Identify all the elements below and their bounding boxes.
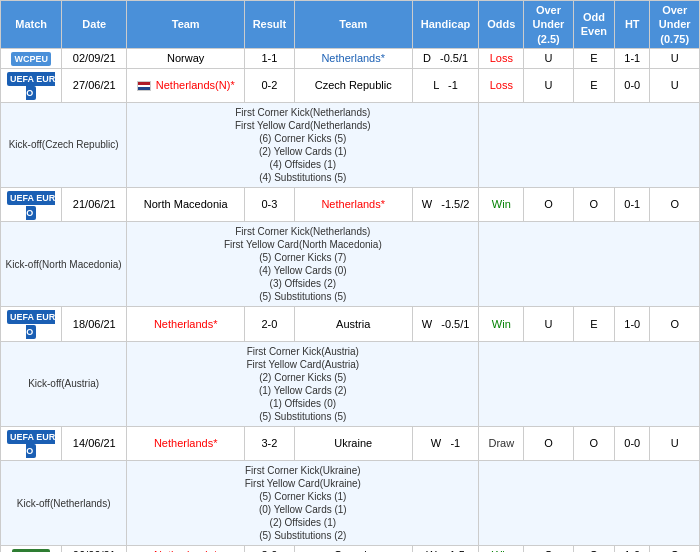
- flag-icon: [137, 81, 151, 91]
- detail-row: Kick-off(Czech Republic) First Corner Ki…: [1, 102, 700, 187]
- match-badge: INTERF: [1, 546, 62, 552]
- detail-kickoff: Kick-off(Netherlands): [1, 461, 127, 546]
- detail-kickoff: Kick-off(Austria): [1, 341, 127, 426]
- header-ou25: Over Under (2.5): [524, 1, 574, 49]
- match-result: 2-0: [245, 307, 295, 341]
- detail-corner-yellow: First Corner Kick(Netherlands)First Yell…: [127, 102, 479, 187]
- ou25-result: O: [524, 426, 574, 460]
- match-date: 21/06/21: [62, 187, 127, 221]
- team2-name: Georgia: [294, 546, 412, 552]
- match-result: 3-2: [245, 426, 295, 460]
- ou075-result: O: [650, 546, 700, 552]
- ou075-result: U: [650, 426, 700, 460]
- handicap-value: W -1.5/2: [412, 187, 479, 221]
- team2-name: Netherlands*: [294, 48, 412, 68]
- match-result: 3-0: [245, 546, 295, 552]
- match-date: 02/09/21: [62, 48, 127, 68]
- odds-result: Loss: [479, 48, 524, 68]
- odd-even-result: O: [573, 546, 614, 552]
- ou25-result: O: [524, 546, 574, 552]
- header-ht: HT: [615, 1, 650, 49]
- odds-result: Win: [479, 307, 524, 341]
- ou075-result: U: [650, 48, 700, 68]
- detail-empty: [479, 341, 700, 426]
- match-date: 06/06/21: [62, 546, 127, 552]
- odd-even-result: O: [573, 426, 614, 460]
- detail-kickoff: Kick-off(North Macedonia): [1, 222, 127, 307]
- match-date: 27/06/21: [62, 68, 127, 102]
- odds-result: Win: [479, 187, 524, 221]
- header-handicap: Handicap: [412, 1, 479, 49]
- handicap-value: D -0.5/1: [412, 48, 479, 68]
- ou075-result: O: [650, 187, 700, 221]
- team1-name: Netherlands*: [127, 426, 245, 460]
- table-row: UEFA EUR O 14/06/21 Netherlands* 3-2 Ukr…: [1, 426, 700, 460]
- ht-result: 0-0: [615, 426, 650, 460]
- ht-result: 1-1: [615, 48, 650, 68]
- header-team2: Team: [294, 1, 412, 49]
- header-odd-even: Odd Even: [573, 1, 614, 49]
- odd-even-result: E: [573, 307, 614, 341]
- team2-name: Czech Republic: [294, 68, 412, 102]
- detail-row: Kick-off(Netherlands) First Corner Kick(…: [1, 461, 700, 546]
- handicap-value: L -1: [412, 68, 479, 102]
- match-result: 0-3: [245, 187, 295, 221]
- odds-result: Draw: [479, 426, 524, 460]
- header-team1: Team: [127, 1, 245, 49]
- team1-name: North Macedonia: [127, 187, 245, 221]
- match-result: 0-2: [245, 68, 295, 102]
- header-date: Date: [62, 1, 127, 49]
- handicap-value: W -1.5: [412, 546, 479, 552]
- match-badge: WCPEU: [1, 48, 62, 68]
- team1-name: Netherlands*: [127, 307, 245, 341]
- match-badge: UEFA EUR O: [1, 307, 62, 341]
- ou075-result: U: [650, 68, 700, 102]
- table-row: UEFA EUR O 18/06/21 Netherlands* 2-0 Aus…: [1, 307, 700, 341]
- header-result: Result: [245, 1, 295, 49]
- table-row: UEFA EUR O 21/06/21 North Macedonia 0-3 …: [1, 187, 700, 221]
- detail-kickoff: Kick-off(Czech Republic): [1, 102, 127, 187]
- detail-row: Kick-off(North Macedonia) First Corner K…: [1, 222, 700, 307]
- ht-result: 0-1: [615, 187, 650, 221]
- header-match: Match: [1, 1, 62, 49]
- detail-corner-yellow: First Corner Kick(Netherlands)First Yell…: [127, 222, 479, 307]
- odd-even-result: E: [573, 68, 614, 102]
- ou075-result: O: [650, 307, 700, 341]
- team1-name: Netherlands*: [127, 546, 245, 552]
- table-row: INTERF 06/06/21 Netherlands* 3-0 Georgia…: [1, 546, 700, 552]
- handicap-value: W -0.5/1: [412, 307, 479, 341]
- ht-result: 1-0: [615, 546, 650, 552]
- detail-empty: [479, 222, 700, 307]
- ou25-result: U: [524, 68, 574, 102]
- team2-name: Austria: [294, 307, 412, 341]
- odd-even-result: E: [573, 48, 614, 68]
- table-row: UEFA EUR O 27/06/21 Netherlands(N)* 0-2 …: [1, 68, 700, 102]
- header-ou075: Over Under (0.75): [650, 1, 700, 49]
- odd-even-result: O: [573, 187, 614, 221]
- team2-name: Netherlands*: [294, 187, 412, 221]
- match-date: 14/06/21: [62, 426, 127, 460]
- match-badge: UEFA EUR O: [1, 426, 62, 460]
- ht-result: 1-0: [615, 307, 650, 341]
- ou25-result: U: [524, 48, 574, 68]
- detail-corner-yellow: First Corner Kick(Austria)First Yellow C…: [127, 341, 479, 426]
- detail-row: Kick-off(Austria) First Corner Kick(Aust…: [1, 341, 700, 426]
- table-row: WCPEU 02/09/21 Norway 1-1 Netherlands* D…: [1, 48, 700, 68]
- odds-result: Win: [479, 546, 524, 552]
- odds-result: Loss: [479, 68, 524, 102]
- match-date: 18/06/21: [62, 307, 127, 341]
- detail-corner-yellow: First Corner Kick(Ukraine)First Yellow C…: [127, 461, 479, 546]
- ou25-result: O: [524, 187, 574, 221]
- match-badge: UEFA EUR O: [1, 68, 62, 102]
- ht-result: 0-0: [615, 68, 650, 102]
- ou25-result: U: [524, 307, 574, 341]
- detail-empty: [479, 461, 700, 546]
- header-odds: Odds: [479, 1, 524, 49]
- handicap-value: W -1: [412, 426, 479, 460]
- team2-name: Ukraine: [294, 426, 412, 460]
- match-badge: UEFA EUR O: [1, 187, 62, 221]
- match-result: 1-1: [245, 48, 295, 68]
- team1-name: Netherlands(N)*: [127, 68, 245, 102]
- team1-name: Norway: [127, 48, 245, 68]
- detail-empty: [479, 102, 700, 187]
